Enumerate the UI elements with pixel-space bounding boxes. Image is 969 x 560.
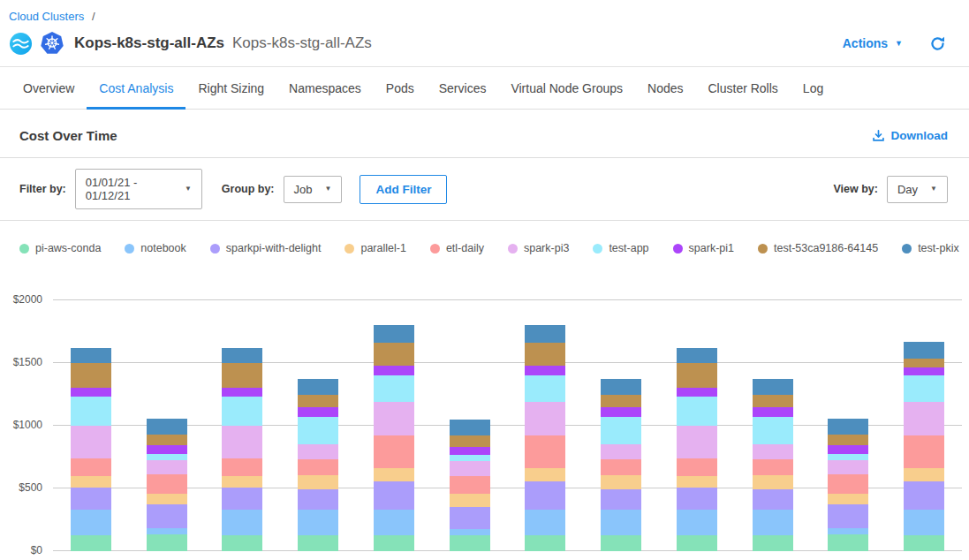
bar-segment-sparkpi-with-delight[interactable] (147, 504, 187, 529)
bar-segment-spark-pi3[interactable] (601, 444, 641, 458)
bar-segment-pi-aws-conda[interactable] (601, 535, 641, 551)
bar-segment-test-app[interactable] (601, 417, 641, 444)
bar-segment-spark-pi3[interactable] (71, 426, 111, 458)
bar-segment-parallel-1[interactable] (828, 494, 868, 504)
actions-button[interactable]: Actions ▼ (843, 36, 903, 50)
bar-segment-pi-aws-conda[interactable] (374, 535, 414, 551)
bar-segment-etl-daily[interactable] (677, 458, 717, 476)
tab-log[interactable]: Log (791, 67, 836, 110)
tab-virtual-node-groups[interactable]: Virtual Node Groups (498, 67, 635, 110)
bar-segment-test-pkix[interactable] (222, 348, 262, 363)
bar-segment-parallel-1[interactable] (147, 494, 187, 504)
bar-segment-etl-daily[interactable] (525, 435, 565, 467)
legend-item-spark-pi1[interactable]: spark-pi1 (673, 242, 734, 254)
bar-segment-spark-pi1[interactable] (147, 445, 187, 454)
bar-segment-notebook[interactable] (753, 510, 793, 535)
bar-segment-pi-aws-conda[interactable] (753, 535, 793, 551)
bar-segment-parallel-1[interactable] (601, 475, 641, 489)
bar-segment-test-53ca9186-64145[interactable] (753, 395, 793, 407)
bar-segment-notebook[interactable] (525, 510, 565, 535)
bar-segment-spark-pi1[interactable] (753, 407, 793, 417)
stacked-bar-01-09[interactable] (677, 348, 717, 551)
stacked-bar-01-12[interactable] (904, 342, 944, 551)
bar-segment-sparkpi-with-delight[interactable] (374, 481, 414, 510)
bar-segment-parallel-1[interactable] (677, 476, 717, 488)
legend-item-test-app[interactable]: test-app (593, 242, 648, 254)
bar-segment-parallel-1[interactable] (904, 468, 944, 482)
download-button[interactable]: Download (872, 129, 949, 142)
bar-segment-sparkpi-with-delight[interactable] (753, 489, 793, 510)
bar-segment-sparkpi-with-delight[interactable] (222, 488, 262, 511)
bar-segment-pi-aws-conda[interactable] (525, 535, 565, 551)
bar-segment-spark-pi1[interactable] (450, 447, 490, 456)
bar-segment-test-app[interactable] (677, 397, 717, 426)
tab-pods[interactable]: Pods (374, 67, 427, 110)
bar-segment-sparkpi-with-delight[interactable] (298, 489, 338, 510)
refresh-icon[interactable] (929, 35, 946, 52)
bar-segment-spark-pi1[interactable] (71, 388, 111, 397)
bar-segment-etl-daily[interactable] (753, 459, 793, 475)
tab-overview[interactable]: Overview (11, 67, 87, 110)
bar-segment-spark-pi3[interactable] (298, 444, 338, 458)
bar-segment-test-app[interactable] (147, 454, 187, 460)
bar-segment-sparkpi-with-delight[interactable] (904, 481, 944, 510)
bar-segment-parallel-1[interactable] (71, 476, 111, 488)
legend-item-test-pkix[interactable]: test-pkix (902, 242, 959, 254)
stacked-bar-01-07[interactable] (525, 325, 565, 551)
stacked-bar-01-01[interactable] (71, 348, 111, 551)
bar-segment-test-pkix[interactable] (71, 348, 111, 363)
stacked-bar-01-03[interactable] (222, 348, 262, 551)
bar-segment-spark-pi3[interactable] (450, 461, 490, 476)
bar-segment-test-app[interactable] (71, 397, 111, 426)
bar-segment-notebook[interactable] (71, 510, 111, 535)
stacked-bar-01-02[interactable] (147, 419, 187, 551)
bar-segment-test-app[interactable] (904, 375, 944, 402)
bar-segment-pi-aws-conda[interactable] (298, 535, 338, 551)
tab-right-sizing[interactable]: Right Sizing (185, 67, 276, 110)
stacked-bar-01-08[interactable] (601, 379, 641, 551)
bar-segment-spark-pi3[interactable] (525, 402, 565, 435)
bar-segment-spark-pi1[interactable] (601, 407, 641, 417)
bar-segment-test-pkix[interactable] (904, 342, 944, 359)
legend-item-etl-daily[interactable]: etl-daily (430, 242, 484, 254)
bar-segment-test-pkix[interactable] (828, 419, 868, 435)
stacked-bar-01-04[interactable] (298, 379, 338, 551)
tab-nodes[interactable]: Nodes (635, 67, 695, 110)
bar-segment-pi-aws-conda[interactable] (222, 535, 262, 551)
bar-segment-etl-daily[interactable] (601, 459, 641, 475)
bar-segment-test-pkix[interactable] (374, 325, 414, 342)
bar-segment-notebook[interactable] (904, 510, 944, 535)
bar-segment-test-app[interactable] (753, 417, 793, 444)
bar-segment-test-53ca9186-64145[interactable] (298, 395, 338, 407)
bar-segment-spark-pi3[interactable] (904, 402, 944, 435)
bar-segment-pi-aws-conda[interactable] (677, 535, 717, 551)
bar-segment-notebook[interactable] (222, 510, 262, 535)
legend-item-parallel-1[interactable]: parallel-1 (344, 242, 405, 254)
stacked-bar-01-05[interactable] (374, 325, 414, 551)
bar-segment-test-pkix[interactable] (298, 379, 338, 395)
bar-segment-notebook[interactable] (677, 510, 717, 535)
bar-segment-test-53ca9186-64145[interactable] (222, 363, 262, 388)
bar-segment-test-53ca9186-64145[interactable] (374, 343, 414, 366)
bar-segment-test-53ca9186-64145[interactable] (601, 395, 641, 407)
legend-item-spark-pi3[interactable]: spark-pi3 (508, 242, 569, 254)
bar-segment-notebook[interactable] (298, 510, 338, 535)
legend-item-sparkpi-with-delight[interactable]: sparkpi-with-delight (210, 242, 322, 254)
legend-item-test-53ca9186-64145[interactable]: test-53ca9186-64145 (758, 242, 878, 254)
bar-segment-spark-pi3[interactable] (753, 444, 793, 458)
bar-segment-spark-pi3[interactable] (147, 460, 187, 474)
bar-segment-pi-aws-conda[interactable] (450, 535, 490, 551)
bar-segment-spark-pi3[interactable] (374, 402, 414, 435)
bar-segment-sparkpi-with-delight[interactable] (677, 488, 717, 511)
bar-segment-sparkpi-with-delight[interactable] (71, 488, 111, 511)
bar-segment-etl-daily[interactable] (71, 458, 111, 476)
bar-segment-pi-aws-conda[interactable] (71, 535, 111, 551)
bar-segment-test-app[interactable] (525, 375, 565, 402)
bar-segment-test-app[interactable] (298, 417, 338, 444)
tab-namespaces[interactable]: Namespaces (276, 67, 374, 110)
bar-segment-spark-pi3[interactable] (677, 426, 717, 458)
bar-segment-test-pkix[interactable] (450, 420, 490, 435)
bar-segment-parallel-1[interactable] (222, 476, 262, 488)
bar-segment-test-pkix[interactable] (753, 379, 793, 395)
bar-segment-test-53ca9186-64145[interactable] (71, 363, 111, 388)
